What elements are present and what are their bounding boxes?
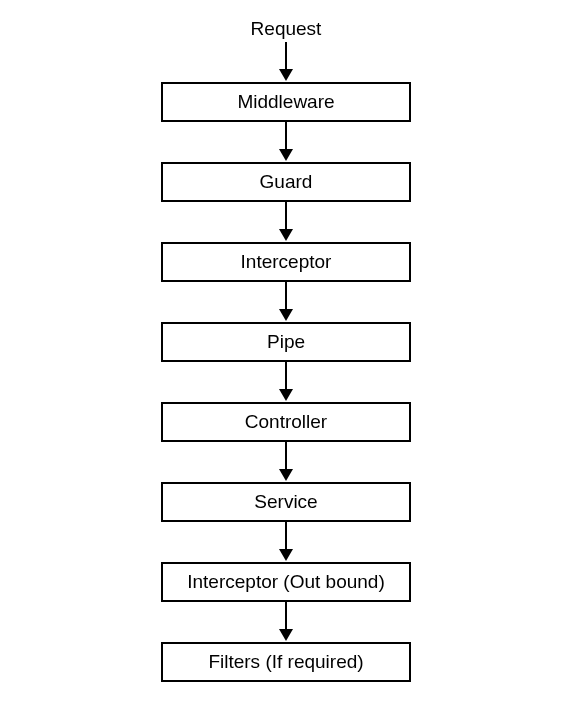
arrow-icon: [279, 122, 293, 162]
step-box-pipe: Pipe: [161, 322, 411, 362]
step-box-interceptor-outbound: Interceptor (Out bound): [161, 562, 411, 602]
arrow-icon: [279, 522, 293, 562]
step-label: Middleware: [237, 91, 334, 113]
arrow-icon: [279, 602, 293, 642]
step-box-service: Service: [161, 482, 411, 522]
arrow-icon: [279, 362, 293, 402]
step-box-filters: Filters (If required): [161, 642, 411, 682]
step-label: Filters (If required): [208, 651, 363, 673]
start-label: Request: [251, 18, 322, 40]
step-box-controller: Controller: [161, 402, 411, 442]
step-label: Guard: [260, 171, 313, 193]
step-label: Pipe: [267, 331, 305, 353]
step-box-interceptor: Interceptor: [161, 242, 411, 282]
flowchart-container: Request Middleware Guard Interceptor Pip…: [0, 0, 572, 682]
arrow-icon: [279, 202, 293, 242]
step-label: Interceptor: [241, 251, 332, 273]
step-label: Controller: [245, 411, 327, 433]
step-label: Interceptor (Out bound): [187, 571, 385, 593]
step-box-guard: Guard: [161, 162, 411, 202]
arrow-icon: [279, 442, 293, 482]
arrow-icon: [279, 282, 293, 322]
step-label: Service: [254, 491, 317, 513]
arrow-icon: [279, 42, 293, 82]
step-box-middleware: Middleware: [161, 82, 411, 122]
